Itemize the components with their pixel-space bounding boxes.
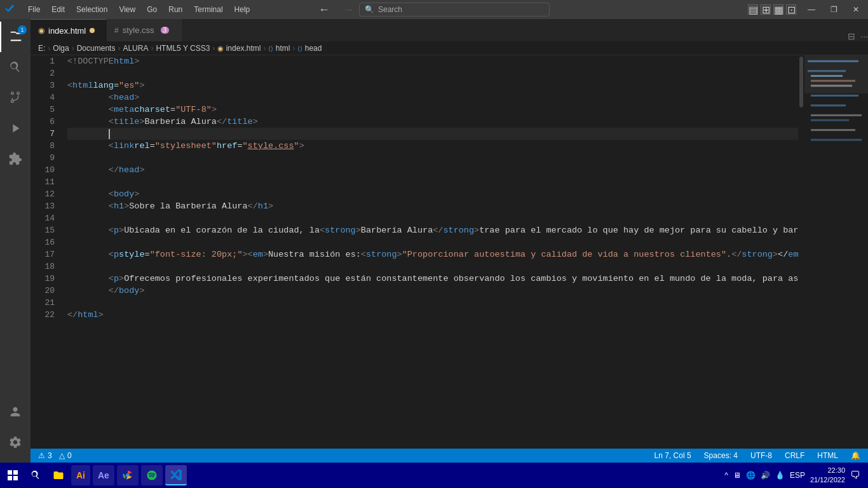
status-notifications[interactable]: 🔔 [848, 451, 863, 460]
tab-index-html[interactable]: ◉ index.html [31, 19, 107, 41]
error-icon: ⚠ [38, 451, 45, 460]
svg-rect-5 [811, 95, 858, 97]
menu-help[interactable]: Help [229, 4, 255, 15]
tray-network-icon[interactable]: 🌐 [746, 471, 756, 480]
status-eol[interactable]: CRLF [782, 451, 807, 460]
taskbar-app-vscode[interactable] [165, 465, 187, 485]
vscode-logo-icon [5, 4, 15, 15]
tray-expand-icon[interactable]: ^ [724, 471, 728, 480]
tab-icon-index: ◉ [38, 26, 44, 35]
code-line-3: <html lang="es"> [67, 79, 798, 92]
breadcrumb-item-documents[interactable]: Documents [77, 44, 116, 53]
minimap-svg [804, 55, 868, 449]
maximize-button[interactable]: ❐ [827, 4, 841, 15]
tab-style-css[interactable]: # style.css 3 [107, 19, 183, 41]
notification-center-icon[interactable]: 🗨 [850, 470, 860, 481]
status-spaces[interactable]: Spaces: 4 [702, 451, 740, 460]
taskbar-search[interactable] [25, 465, 46, 485]
breadcrumb-item-head[interactable]: ⟨⟩ head [297, 44, 322, 53]
code-line-11 [67, 176, 798, 188]
menu-edit[interactable]: Edit [46, 4, 70, 15]
search-box[interactable]: 🔍 Search [359, 3, 550, 17]
status-errors[interactable]: ⚠ 3 △ 0 [36, 451, 74, 460]
line-num-15: 15 [31, 224, 55, 236]
svg-rect-6 [811, 104, 846, 106]
activity-search[interactable] [0, 52, 31, 83]
layout-icon-2[interactable]: ⊞ [761, 4, 771, 15]
status-encoding[interactable]: UTF-8 [748, 451, 775, 460]
activity-account[interactable] [0, 396, 31, 427]
menu-run[interactable]: Run [163, 4, 187, 15]
breadcrumb-item-drive[interactable]: E: [38, 44, 45, 53]
layout-icon-1[interactable]: ▤ [748, 4, 758, 15]
split-editor-icon[interactable]: ⊟ [848, 31, 855, 41]
svg-rect-8 [811, 119, 849, 121]
vertical-scrollbar[interactable] [798, 55, 804, 449]
close-button[interactable]: ✕ [849, 4, 863, 15]
activity-extensions[interactable] [0, 144, 31, 174]
tray-volume-icon[interactable]: 🔊 [761, 471, 770, 480]
tab-bar: ◉ index.html # style.css 3 ⊟ ··· [31, 19, 868, 41]
activity-bar: 1 [0, 19, 31, 463]
vscode-taskbar-icon [170, 469, 182, 480]
layout-icon-4[interactable]: ⊡ [786, 4, 796, 15]
line-num-14: 14 [31, 212, 55, 224]
title-bar: File Edit Selection View Go Run Terminal… [0, 0, 868, 19]
status-left: ⚠ 3 △ 0 [36, 451, 74, 460]
breadcrumb-item-file[interactable]: ◉ index.html [217, 44, 261, 53]
menu-go[interactable]: Go [142, 4, 162, 15]
taskbar-app-illustrator[interactable]: Ai [71, 465, 90, 485]
menu-file[interactable]: File [23, 4, 45, 15]
breadcrumb-item-alura[interactable]: ALURA [123, 44, 148, 53]
breadcrumb-item-olga[interactable]: Olga [53, 44, 69, 53]
menu-view[interactable]: View [114, 4, 140, 15]
taskbar-app-chrome[interactable] [117, 465, 139, 485]
scrollbar-thumb[interactable] [799, 57, 803, 107]
code-line-9 [67, 152, 798, 164]
tray-dropbox-icon[interactable]: 💧 [775, 471, 785, 480]
status-position-text: Ln 7, Col 5 [654, 451, 691, 460]
activity-files[interactable]: 1 [0, 22, 31, 52]
code-editor[interactable]: 1 2 3 4 5 6 7 8 9 10 11 12 13 14 15 16 1 [31, 55, 804, 449]
status-spaces-text: Spaces: 4 [704, 451, 738, 460]
line-num-6: 6 [31, 116, 55, 128]
menu-terminal[interactable]: Terminal [189, 4, 227, 15]
minimize-button[interactable]: — [804, 4, 819, 15]
tab-badge-style: 3 [161, 27, 170, 34]
line-num-11: 11 [31, 176, 55, 188]
svg-rect-7 [811, 114, 862, 116]
start-button[interactable] [3, 465, 23, 485]
status-language[interactable]: HTML [815, 451, 841, 460]
line-num-9: 9 [31, 152, 55, 164]
minimap [804, 55, 868, 449]
svg-rect-12 [13, 470, 18, 475]
code-line-10: </head> [67, 164, 798, 176]
code-line-8: <link rel="stylesheet" href="style.css"> [67, 140, 798, 152]
warning-icon: △ [59, 451, 65, 460]
taskbar-file-explorer[interactable] [48, 465, 69, 485]
clock-date: 21/12/2022 [810, 475, 845, 485]
title-bar-center: ← → 🔍 Search [318, 3, 550, 17]
menu-selection[interactable]: Selection [71, 4, 112, 15]
nav-forward-button[interactable]: → [342, 3, 354, 17]
tray-language[interactable]: ESP [790, 471, 805, 480]
tray-monitor-icon[interactable]: 🖥 [733, 471, 741, 480]
taskbar-app-aftereffects[interactable]: Ae [93, 465, 114, 485]
system-clock[interactable]: 22:30 21/12/2022 [810, 466, 845, 485]
code-content[interactable]: <!DOCTYPE html> <html lang="es"> <head> [62, 55, 798, 449]
search-placeholder: Search [378, 5, 402, 14]
svg-rect-13 [8, 476, 12, 480]
breadcrumb-item-html[interactable]: ⟨⟩ html [268, 44, 290, 53]
nav-back-button[interactable]: ← [318, 3, 330, 17]
layout-icon-3[interactable]: ▦ [773, 4, 783, 15]
activity-settings[interactable] [0, 427, 31, 458]
status-position[interactable]: Ln 7, Col 5 [652, 451, 694, 460]
activity-run-debug[interactable] [0, 113, 31, 144]
taskbar-app-spotify[interactable] [141, 465, 163, 485]
code-line-7 [67, 128, 798, 140]
activity-source-control[interactable] [0, 83, 31, 113]
code-line-18 [67, 261, 798, 273]
more-actions-icon[interactable]: ··· [860, 31, 868, 41]
breadcrumb: E: › Olga › Documents › ALURA › HTML5 Y … [31, 41, 868, 55]
breadcrumb-item-html5css3[interactable]: HTML5 Y CSS3 [156, 44, 210, 53]
